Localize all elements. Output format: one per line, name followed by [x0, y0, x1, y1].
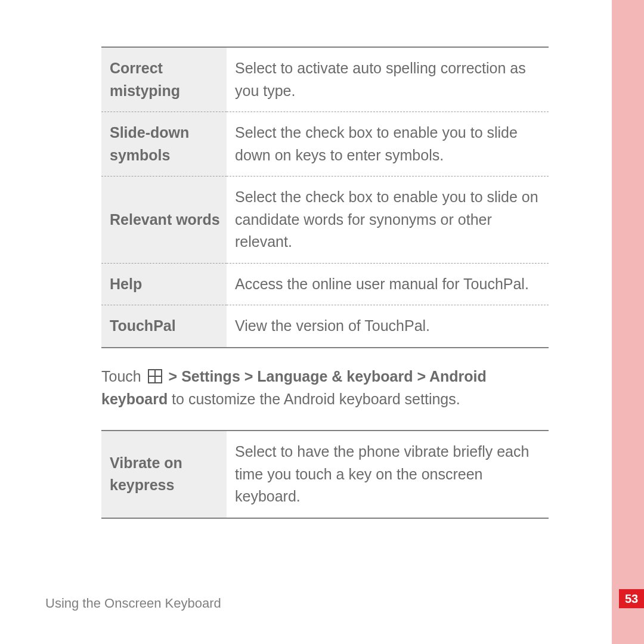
- setting-description: Select to activate auto spelling correct…: [227, 47, 549, 112]
- setting-label: Slide-down symbols: [101, 112, 227, 177]
- table-row: TouchPal View the version of TouchPal.: [101, 305, 549, 348]
- instruction-suffix: to customize the Android keyboard settin…: [168, 391, 460, 407]
- setting-description: View the version of TouchPal.: [227, 305, 549, 348]
- page-content: Correct mistyping Select to activate aut…: [0, 0, 602, 519]
- setting-label: Help: [101, 263, 227, 305]
- setting-label: Vibrate on keypress: [101, 431, 227, 518]
- setting-description: Select the check box to enable you to sl…: [227, 112, 549, 177]
- setting-description: Select to have the phone vibrate briefly…: [227, 431, 549, 518]
- page-number-badge: 53: [619, 589, 644, 608]
- settings-table-top: Correct mistyping Select to activate aut…: [101, 47, 549, 348]
- footer-section-title: Using the Onscreen Keyboard: [45, 596, 221, 611]
- table-row: Relevant words Select the check box to e…: [101, 177, 549, 264]
- setting-label: Correct mistyping: [101, 47, 227, 112]
- setting-label: TouchPal: [101, 305, 227, 348]
- table-row: Slide-down symbols Select the check box …: [101, 112, 549, 177]
- setting-description: Access the online user manual for TouchP…: [227, 263, 549, 305]
- side-accent-strip: [612, 0, 644, 644]
- setting-label: Relevant words: [101, 177, 227, 264]
- table-row: Correct mistyping Select to activate aut…: [101, 47, 549, 112]
- apps-grid-icon: [148, 369, 162, 383]
- instruction-prefix: Touch: [101, 368, 145, 385]
- table-row: Vibrate on keypress Select to have the p…: [101, 431, 549, 518]
- navigation-instruction: Touch > Settings > Language & keyboard >…: [101, 365, 549, 411]
- table-row: Help Access the online user manual for T…: [101, 263, 549, 305]
- settings-table-bottom: Vibrate on keypress Select to have the p…: [101, 430, 549, 519]
- setting-description: Select the check box to enable you to sl…: [227, 177, 549, 264]
